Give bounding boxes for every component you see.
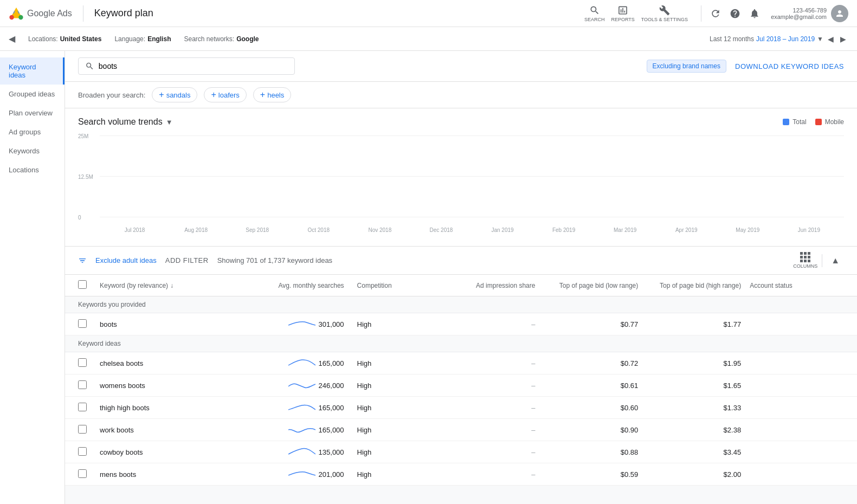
nav-divider	[83, 5, 83, 22]
add-filter-button[interactable]: ADD FILTER	[165, 256, 209, 264]
monthly-value: 301,000	[319, 320, 344, 328]
cell-bid-low: $0.59	[544, 470, 638, 479]
monthly-value: 201,000	[319, 470, 344, 479]
date-range-selector[interactable]: Last 12 months Jul 2018 – Jun 2019 ▼ ◀ ▶	[710, 33, 848, 46]
excluding-badge: Excluding brand names	[647, 60, 726, 73]
row-checkbox[interactable]	[78, 469, 87, 478]
select-all-checkbox[interactable]	[78, 280, 87, 289]
cell-keyword: mens boots	[100, 470, 241, 479]
sidebar-item-plan-overview[interactable]: Plan overview	[0, 104, 65, 122]
sidebar-item-grouped-ideas[interactable]: Grouped ideas	[0, 85, 65, 104]
search-nav-button[interactable]: SEARCH	[582, 3, 607, 24]
columns-label: COLUMNS	[793, 263, 817, 269]
x-axis-label: Aug 2018	[165, 227, 227, 233]
user-avatar[interactable]	[831, 5, 848, 22]
toolbar-divider	[822, 254, 822, 267]
row-checkbox[interactable]	[78, 403, 87, 411]
cell-impression: –	[441, 404, 536, 412]
col-header-keyword[interactable]: Keyword (by relevance) ↓	[100, 282, 241, 289]
cell-keyword: womens boots	[100, 382, 241, 390]
filter-icon	[78, 256, 87, 265]
grid-label-0: 0	[78, 215, 81, 221]
sidebar-toggle[interactable]: ◀	[9, 34, 15, 44]
chart-dropdown-icon: ▼	[166, 118, 173, 126]
cell-competition: High	[357, 382, 433, 390]
table-header: Keyword (by relevance) ↓ Avg. monthly se…	[65, 275, 857, 296]
filter-toolbar: Exclude adult ideas ADD FILTER Showing 7…	[65, 247, 857, 275]
app-name: Google Ads	[27, 9, 72, 18]
table-row: cowboy boots 135,000 High – $0.88 $3.45	[65, 441, 857, 463]
search-meta: Excluding brand names DOWNLOAD KEYWORD I…	[647, 60, 844, 73]
cell-impression: –	[441, 320, 536, 328]
sidebar-item-locations[interactable]: Locations	[0, 160, 65, 179]
table-row: chelsea boots 165,000 High – $0.72 $1.95	[65, 352, 857, 374]
broaden-chip-loafers[interactable]: + loafers	[204, 87, 246, 102]
main-layout: Keyword ideas Grouped ideas Plan overvie…	[0, 51, 857, 504]
monthly-value: 165,000	[319, 359, 344, 367]
chart-title: Search volume trends	[78, 117, 163, 127]
sparkline-icon	[288, 424, 315, 435]
search-icon	[85, 61, 94, 71]
row-checkbox[interactable]	[78, 425, 87, 434]
row-checkbox[interactable]	[78, 447, 87, 456]
tools-nav-button[interactable]: TOOLS & SETTINGS	[639, 3, 690, 24]
language-value: English	[147, 35, 171, 43]
row-checkbox[interactable]	[78, 358, 87, 367]
table-row: work boots 165,000 High – $0.90 $2.38	[65, 419, 857, 441]
refresh-button[interactable]	[708, 6, 723, 21]
exclude-adult-link[interactable]: Exclude adult ideas	[95, 256, 157, 264]
search-section: Excluding brand names DOWNLOAD KEYWORD I…	[65, 51, 857, 82]
date-next-button[interactable]: ▶	[838, 33, 848, 46]
row-checkbox[interactable]	[78, 319, 87, 328]
search-wrapper	[78, 57, 295, 75]
download-link[interactable]: DOWNLOAD KEYWORD IDEAS	[735, 62, 844, 70]
columns-button[interactable]: COLUMNS	[793, 252, 817, 269]
cell-monthly: 135,000	[250, 447, 349, 457]
x-axis-label: Mar 2019	[595, 227, 656, 233]
cell-monthly: 165,000	[250, 358, 349, 369]
collapse-button[interactable]: ▲	[827, 254, 844, 268]
location-value: United States	[60, 35, 102, 43]
cell-bid-low: $0.77	[544, 320, 638, 328]
x-axis: Jul 2018Aug 2018Sep 2018Oct 2018Nov 2018…	[100, 227, 844, 233]
chart-section: Search volume trends ▼ Total Mobile	[65, 108, 857, 247]
cell-competition: High	[357, 359, 433, 367]
row-checkbox[interactable]	[78, 380, 87, 389]
monthly-value: 246,000	[319, 382, 344, 390]
cell-monthly: 246,000	[250, 380, 349, 391]
cell-bid-low: $0.88	[544, 448, 638, 456]
x-axis-label: Dec 2018	[410, 227, 472, 233]
cell-impression: –	[441, 382, 536, 390]
sidebar-item-keywords[interactable]: Keywords	[0, 141, 65, 160]
date-prev-button[interactable]: ◀	[826, 33, 836, 46]
legend-mobile: Mobile	[815, 118, 844, 126]
cell-impression: –	[441, 359, 536, 367]
sidebar: Keyword ideas Grouped ideas Plan overvie…	[0, 51, 65, 504]
col-header-monthly: Avg. monthly searches	[250, 282, 349, 289]
sort-arrow-icon: ↓	[170, 282, 173, 289]
bars-area	[100, 135, 844, 217]
google-ads-logo-icon	[9, 6, 24, 21]
sidebar-item-ad-groups[interactable]: Ad groups	[0, 122, 65, 141]
cell-bid-low: $0.61	[544, 382, 638, 390]
cell-bid-high: $2.00	[647, 470, 741, 479]
grid-line-0: 0	[100, 217, 844, 217]
chart-title-area[interactable]: Search volume trends ▼	[78, 117, 173, 127]
network-value: Google	[236, 35, 259, 43]
user-phone: 123-456-789	[771, 7, 827, 14]
legend-total-label: Total	[792, 118, 806, 126]
cell-impression: –	[441, 448, 536, 456]
notifications-button[interactable]	[747, 6, 762, 21]
svg-point-5	[9, 15, 14, 19]
cell-keyword: thigh high boots	[100, 404, 241, 412]
search-input[interactable]	[99, 62, 288, 70]
broaden-chip-heels[interactable]: + heels	[253, 87, 291, 102]
cell-competition: High	[357, 448, 433, 456]
broaden-chip-sandals[interactable]: + sandals	[152, 87, 197, 102]
legend-total: Total	[783, 118, 806, 126]
reports-nav-button[interactable]: REPORTS	[609, 3, 636, 24]
sparkline-icon	[288, 358, 315, 369]
sidebar-item-keyword-ideas[interactable]: Keyword ideas	[0, 57, 65, 85]
help-button[interactable]	[727, 6, 743, 21]
language-filter: Language: English	[114, 35, 171, 43]
